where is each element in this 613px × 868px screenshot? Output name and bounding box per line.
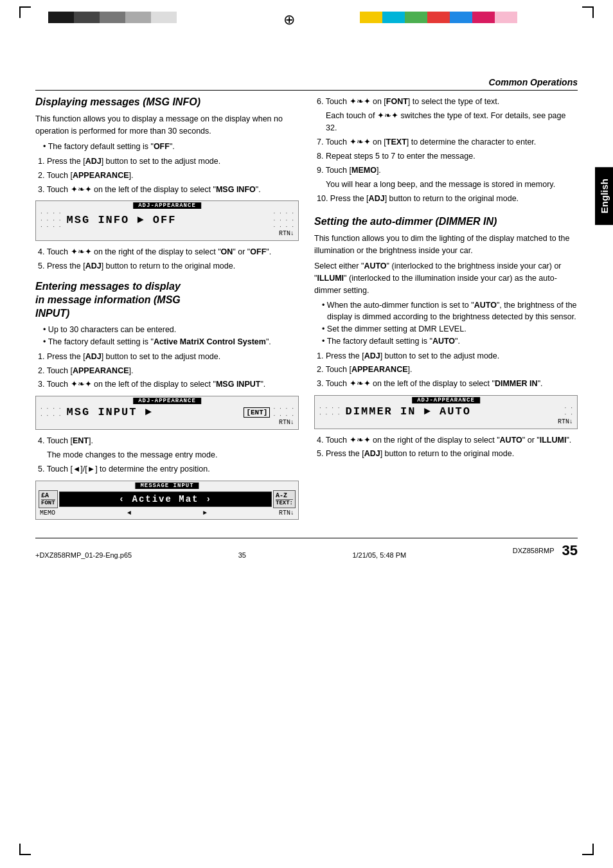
footer-center: 35 <box>238 551 246 559</box>
display-box-2: ADJ-APPEARANCE · · · · · · · · MSG INPUT… <box>35 396 299 430</box>
section3-step3: 3. Touch ✦❧✦ on the left of the display … <box>317 378 578 390</box>
display3-fwd: ► <box>203 509 207 517</box>
display1-content: MSG INFO ► OFF <box>62 214 273 226</box>
display3-right-bot: TEXT: <box>276 499 293 506</box>
section2-title: Entering messages to displayin message i… <box>35 280 299 320</box>
section1-bullet1: The factory default setting is "OFF". <box>43 141 299 153</box>
section3-step4: 4. Touch ✦❧✦ on the right of the display… <box>317 434 578 447</box>
section-displaying-messages: Displaying messages (MSG INFO) This func… <box>35 96 299 272</box>
display3-back: ◄ <box>127 509 131 517</box>
display1-right-dots: · · · · · · · · · · · · <box>272 210 294 230</box>
section3-step5: 5. Press the [ADJ] button to return to t… <box>317 448 578 460</box>
display3-right-col: A-Z TEXT: <box>273 490 296 508</box>
section3-select: Select either "AUTO" (interlocked to the… <box>314 260 578 296</box>
footer-product-code: DXZ858RMP <box>513 547 555 554</box>
section3-bullet3: The factory default setting is "AUTO". <box>322 335 578 348</box>
color-bar-3 <box>100 12 125 23</box>
display3-right-top: A-Z <box>276 492 293 499</box>
section2-step8: 8. Repeat steps 5 to 7 to enter the mess… <box>317 150 578 163</box>
footer-left: +DXZ858RMP_01-29-Eng.p65 <box>35 551 132 559</box>
section3-bullet2: Set the dimmer setting at DMR LEVEL. <box>322 323 578 335</box>
right-column: 6. Touch ✦❧✦ on [FONT] to select the typ… <box>314 96 578 525</box>
section2-step6-sub: Each touch of ✦❧✦ switches the type of t… <box>326 110 578 134</box>
display2-left-dots: · · · · · · · · <box>40 405 62 419</box>
display2-rtn: RTN↓ <box>40 419 294 426</box>
section2-step1: 1. Press the [ADJ] button to set to the … <box>38 351 299 363</box>
section2-step2: 2. Touch [APPEARANCE]. <box>38 365 299 377</box>
display3-rtn: RTN↓ <box>279 509 294 517</box>
page-number: 35 <box>562 542 578 559</box>
display3-left-col: £A FONT <box>39 490 58 508</box>
section2-step5: 5. Touch [◄]/[►] to determine the entry … <box>38 463 299 475</box>
color-bar-blue <box>450 12 472 23</box>
section2-bullet2: The factory default setting is "Active M… <box>43 336 299 348</box>
section2-bullet1: Up to 30 characters can be entered. <box>43 324 299 336</box>
section3-bullet1: When the auto-dimmer function is set to … <box>322 299 578 324</box>
section1-step5: 5. Press the [ADJ] button to return to t… <box>38 260 299 272</box>
color-bar-5 <box>151 12 177 23</box>
display-box-3: MESSAGE INPUT £A FONT ‹ Active Mat › A-Z <box>35 481 299 520</box>
display4-rtn: RTN↓ <box>319 418 573 425</box>
footer-date: 1/21/05, 5:48 PM <box>352 551 406 559</box>
display2-right-dots: · · · · · · · · <box>272 405 294 419</box>
section2-step3: 3. Touch ✦❧✦ on the left of the display … <box>38 378 299 391</box>
section2-step7: 7. Touch ✦❧✦ on [TEXT] to determine the … <box>317 136 578 148</box>
display1-rtn: RTN↓ <box>40 230 294 237</box>
display-box-1: ADJ-APPEARANCE · · · · · · · · · · · · M… <box>35 200 299 241</box>
color-bar-green <box>405 12 427 23</box>
display3-header: MESSAGE INPUT <box>135 483 199 489</box>
display3-memo: MEMO <box>40 509 55 517</box>
corner-mark-br <box>582 844 594 855</box>
language-tab: English <box>595 167 613 225</box>
section3-title: Setting the auto-dimmer (DIMMER IN) <box>314 215 578 229</box>
section1-title: Displaying messages (MSG INFO) <box>35 96 299 109</box>
page-footer: +DXZ858RMP_01-29-Eng.p65 35 1/21/05, 5:4… <box>35 538 578 559</box>
section1-step4: 4. Touch ✦❧✦ on the right of the display… <box>38 246 299 258</box>
section1-step2: 2. Touch [APPEARANCE]. <box>38 170 299 182</box>
section3-intro: This function allows you to dim the ligh… <box>314 233 578 257</box>
circle-mark: ⊕ <box>283 12 295 28</box>
corner-mark-tr <box>582 6 594 18</box>
display2-ent: [ENT] <box>244 407 270 418</box>
color-bar-1 <box>48 12 74 23</box>
section2-continued: 6. Touch ✦❧✦ on [FONT] to select the typ… <box>314 96 578 205</box>
display2-content: MSG INPUT ► <box>62 406 244 418</box>
color-bar-cyan <box>382 12 405 23</box>
display4-content: DIMMER IN ► AUTO <box>341 405 564 418</box>
section3-step1: 1. Press the [ADJ] button to set to the … <box>317 350 578 362</box>
left-column: Displaying messages (MSG INFO) This func… <box>35 96 299 525</box>
display3-left-bot: FONT <box>41 499 55 506</box>
color-bar-red <box>427 12 450 23</box>
display-box-4: ADJ-APPEARANCE · · · · · · · · DIMMER IN… <box>314 395 578 429</box>
corner-mark-tl <box>19 6 31 18</box>
display1-header: ADJ-APPEARANCE <box>133 202 201 209</box>
display4-right-dots: · · · · <box>564 405 573 418</box>
display4-header: ADJ-APPEARANCE <box>412 397 480 403</box>
section2-step4: 4. Touch [ENT]. <box>38 435 299 447</box>
display2-header: ADJ-APPEARANCE <box>133 398 201 404</box>
section2-step10: 10. Press the [ADJ] button to return to … <box>317 193 578 205</box>
display3-content: ‹ Active Mat › <box>59 492 272 507</box>
section2-step4-sub: The mode changes to the message entry mo… <box>47 449 299 461</box>
color-bar-2 <box>74 12 100 23</box>
section3-container: Setting the auto-dimmer (DIMMER IN) This… <box>314 215 578 460</box>
section2-step6: 6. Touch ✦❧✦ on [FONT] to select the typ… <box>317 96 578 108</box>
display4-left-dots: · · · · · · · · <box>319 405 341 418</box>
color-bar-pink <box>472 12 495 23</box>
section2-step9: 9. Touch [MEMO]. <box>317 164 578 177</box>
color-bar-lightpink <box>495 12 517 23</box>
corner-mark-bl <box>19 844 31 855</box>
section2-step9-sub: You will hear a long beep, and the messa… <box>326 179 578 191</box>
color-bar-4 <box>125 12 151 23</box>
display3-bottom: MEMO ◄ ► RTN↓ <box>39 509 296 517</box>
section3-step2: 2. Touch [APPEARANCE]. <box>317 364 578 376</box>
section1-step3: 3. Touch ✦❧✦ on the left of the display … <box>38 184 299 196</box>
section-header: Common Operations <box>35 77 578 91</box>
section1-step1: 1. Press the [ADJ] button to set to the … <box>38 155 299 168</box>
section2-container: Entering messages to displayin message i… <box>35 280 299 520</box>
color-bar-yellow <box>360 12 382 23</box>
section1-intro: This function allows you to display a me… <box>35 113 299 137</box>
display3-left-top: £A <box>41 492 55 499</box>
display1-left-dots: · · · · · · · · · · · · <box>40 210 62 230</box>
